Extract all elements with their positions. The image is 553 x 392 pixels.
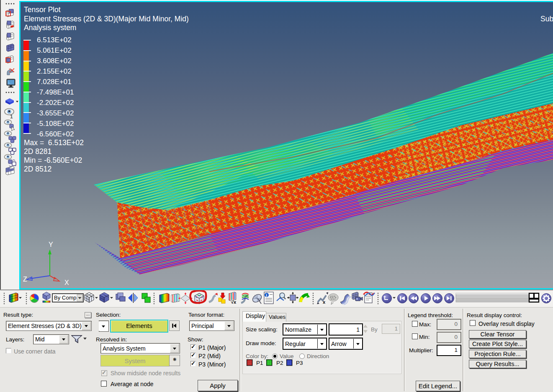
svg-text:By Comp: By Comp <box>54 295 76 301</box>
svg-text:√x: √x <box>231 300 237 305</box>
svg-text:x: x <box>323 300 326 305</box>
svg-text:i: i <box>266 293 267 297</box>
svg-text:Z: Z <box>23 276 27 283</box>
svg-text:X: X <box>64 279 69 286</box>
svg-text:Y: Y <box>49 241 53 248</box>
svg-text:1: 1 <box>10 114 13 120</box>
